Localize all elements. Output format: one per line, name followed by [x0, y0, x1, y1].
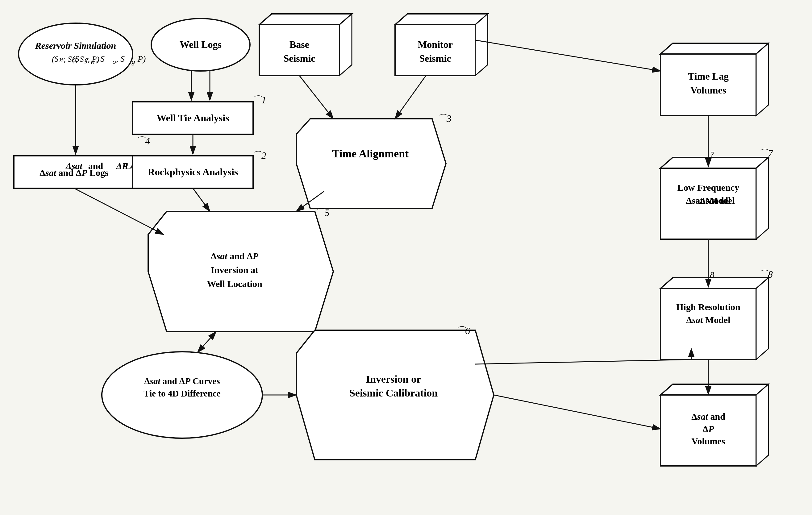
svg-rect-33 — [661, 168, 756, 239]
svg-line-82 — [74, 188, 164, 235]
svg-text:Seismic Calibration: Seismic Calibration — [349, 387, 438, 399]
svg-text:Base: Base — [289, 39, 309, 50]
svg-line-72 — [299, 75, 333, 119]
svg-text:Inversion at: Inversion at — [211, 265, 258, 275]
svg-text:⌒1: ⌒1 — [252, 94, 266, 105]
svg-marker-31 — [296, 119, 446, 208]
svg-text:(S𝑤, S𝑜, S𝑔, P): (S𝑤, S𝑜, S𝑔, P) — [52, 55, 99, 64]
svg-text:Δsat and ΔP Curves: Δsat and ΔP Curves — [144, 376, 220, 386]
svg-text:Reservoir Simulation: Reservoir Simulation — [35, 40, 116, 51]
svg-marker-34 — [661, 157, 768, 168]
svg-line-84 — [198, 332, 216, 353]
svg-text:o: o — [113, 58, 116, 65]
svg-text:Well Location: Well Location — [207, 279, 262, 289]
svg-text:Well Logs: Well Logs — [180, 39, 222, 50]
svg-text:Tie to 4D Difference: Tie to 4D Difference — [144, 389, 221, 398]
svg-marker-16 — [340, 14, 352, 75]
svg-text:w: w — [90, 58, 95, 65]
svg-text:Logs: Logs — [125, 161, 144, 171]
svg-text:⌒5: ⌒5 — [315, 207, 329, 218]
svg-marker-60 — [296, 330, 494, 460]
svg-line-86 — [494, 395, 661, 429]
svg-text:ΔP: ΔP — [116, 161, 128, 171]
svg-text:⌒4: ⌒4 — [135, 135, 150, 147]
svg-marker-20 — [395, 14, 488, 25]
svg-rect-40 — [14, 156, 134, 188]
svg-point-12 — [151, 19, 250, 71]
svg-text:Low Frequency: Low Frequency — [677, 182, 739, 192]
svg-marker-65 — [756, 384, 768, 466]
svg-text:Δsat Model: Δsat Model — [686, 195, 731, 206]
svg-text:Seismic: Seismic — [419, 53, 451, 64]
svg-marker-26 — [756, 43, 768, 116]
svg-text:Rockphysics Analysis: Rockphysics Analysis — [148, 166, 238, 177]
svg-rect-19 — [395, 25, 475, 75]
svg-text:Well Tie Analysis: Well Tie Analysis — [156, 112, 229, 123]
svg-marker-25 — [661, 43, 768, 54]
svg-text:⌒8: ⌒8 — [758, 269, 773, 280]
svg-text:Seismic: Seismic — [283, 53, 315, 64]
svg-text:Volumes: Volumes — [690, 85, 726, 96]
svg-text:⌒2: ⌒2 — [252, 150, 266, 161]
svg-text:High Resolution: High Resolution — [676, 302, 741, 312]
svg-line-87 — [475, 360, 691, 364]
svg-text:Monitor: Monitor — [417, 39, 453, 50]
svg-text:⌒3: ⌒3 — [437, 113, 452, 124]
svg-rect-24 — [661, 54, 756, 116]
svg-text:Δsat and ΔP: Δsat and ΔP — [211, 251, 259, 261]
svg-rect-46 — [133, 156, 253, 188]
svg-text:Inversion or: Inversion or — [366, 373, 421, 385]
svg-marker-64 — [661, 384, 768, 395]
svg-rect-29 — [133, 102, 253, 134]
svg-text:ΔP: ΔP — [702, 424, 714, 434]
svg-text:Δsat and ΔP Logs: Δsat and ΔP Logs — [39, 168, 109, 178]
svg-text:⌒6: ⌒6 — [455, 325, 470, 336]
svg-text:Model: Model — [709, 195, 735, 206]
svg-text:Time Alignment: Time Alignment — [332, 148, 409, 160]
svg-text:g: g — [132, 58, 135, 65]
svg-marker-49 — [661, 278, 768, 289]
svg-text:Δsat: Δsat — [65, 161, 83, 171]
svg-rect-48 — [661, 289, 756, 360]
svg-marker-50 — [756, 278, 768, 360]
svg-text:, P): , P) — [133, 54, 146, 64]
svg-marker-35 — [756, 157, 768, 239]
svg-text:Time Lag: Time Lag — [688, 71, 729, 82]
svg-rect-63 — [661, 395, 756, 466]
svg-line-74 — [475, 40, 661, 71]
svg-text:Δsat and: Δsat and — [691, 411, 725, 422]
svg-text:and: and — [88, 161, 104, 171]
svg-text:, S: , S — [116, 54, 125, 64]
svg-text:Volumes: Volumes — [692, 436, 725, 446]
svg-point-57 — [102, 352, 262, 438]
svg-text:(S: (S — [72, 54, 79, 64]
svg-marker-21 — [475, 14, 488, 75]
svg-point-2 — [19, 23, 133, 85]
svg-line-83 — [296, 191, 324, 211]
svg-text:Δsat: Δsat — [700, 195, 717, 206]
svg-marker-15 — [259, 14, 352, 25]
svg-marker-53 — [148, 211, 333, 332]
svg-text:⌒7: ⌒7 — [758, 148, 774, 159]
svg-text:Δsat Model: Δsat Model — [686, 315, 730, 325]
svg-text:8: 8 — [710, 270, 714, 279]
flowchart-diagram: Reservoir Simulation (S w , S o , S g , … — [0, 0, 812, 515]
svg-rect-14 — [259, 25, 340, 75]
svg-line-73 — [395, 75, 426, 119]
svg-line-81 — [193, 188, 210, 211]
svg-text:7: 7 — [710, 150, 715, 159]
svg-text:, S: , S — [96, 54, 105, 64]
